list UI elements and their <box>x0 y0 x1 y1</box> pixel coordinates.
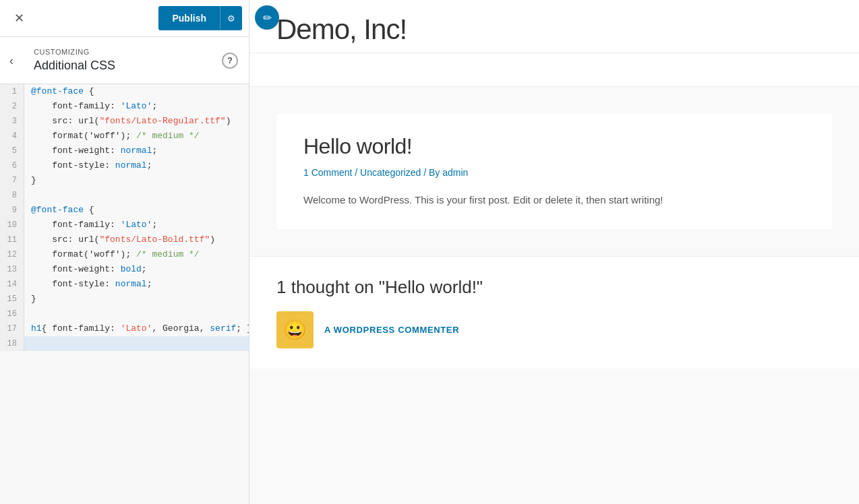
code-line: 12 format('woff'); /* medium */ <box>0 247 249 262</box>
line-content: } <box>24 292 36 307</box>
commenter-name: A WORDPRESS COMMENTER <box>324 325 459 335</box>
edit-pencil-button[interactable]: ✏ <box>255 5 279 30</box>
code-line: 6 font-style: normal; <box>0 158 249 173</box>
line-number: 16 <box>0 307 24 321</box>
code-line: 8 <box>0 188 249 203</box>
post-card: Hello world! 1 Comment / Uncategorized /… <box>276 114 832 229</box>
line-number: 8 <box>0 188 24 203</box>
code-line: 9@font-face { <box>0 203 249 218</box>
line-content: h1{ font-family: 'Lato', Georgia, serif;… <box>24 321 249 336</box>
line-number: 10 <box>0 218 24 232</box>
publish-group: Publish ⚙ <box>158 6 242 30</box>
line-content: @font-face { <box>24 84 94 99</box>
publish-button[interactable]: Publish <box>158 6 220 30</box>
line-content: format('woff'); /* medium */ <box>24 129 200 144</box>
line-content: font-family: 'Lato'; <box>24 218 157 232</box>
content-area: Hello world! 1 Comment / Uncategorized /… <box>249 87 859 256</box>
code-line: 17h1{ font-family: 'Lato', Georgia, seri… <box>0 321 249 336</box>
line-content: src: url("fonts/Lato-Bold.ttf") <box>24 232 215 247</box>
line-content: font-weight: bold; <box>24 262 147 277</box>
line-content: @font-face { <box>24 203 94 218</box>
commenter-row: 😀 A WORDPRESS COMMENTER <box>276 311 832 348</box>
customizing-header: ‹ Customizing Additional CSS ? <box>0 37 249 84</box>
code-line: 16 <box>0 307 249 321</box>
code-line: 10 font-family: 'Lato'; <box>0 218 249 232</box>
comments-title: 1 thought on "Hello world!" <box>276 277 832 298</box>
line-number: 14 <box>0 277 24 292</box>
code-line: 13 font-weight: bold; <box>0 262 249 277</box>
line-number: 11 <box>0 232 24 247</box>
site-nav <box>249 53 859 87</box>
code-line: 11 src: url("fonts/Lato-Bold.ttf") <box>0 232 249 247</box>
line-number: 17 <box>0 321 24 336</box>
toolbar: ✕ Publish ⚙ <box>0 0 249 37</box>
post-excerpt: Welcome to WordPress. This is your first… <box>303 191 805 209</box>
line-content: font-weight: normal; <box>24 144 157 158</box>
close-button[interactable]: ✕ <box>7 6 31 30</box>
line-content: font-family: 'Lato'; <box>24 99 157 114</box>
line-content: format('woff'); /* medium */ <box>24 247 200 262</box>
sidebar: ✕ Publish ⚙ ‹ Customizing Additional CSS… <box>0 0 249 504</box>
code-editor[interactable]: 1@font-face {2 font-family: 'Lato';3 src… <box>0 84 249 504</box>
line-number: 1 <box>0 84 24 99</box>
line-content: } <box>24 173 36 188</box>
avatar-emoji: 😀 <box>283 319 307 341</box>
line-number: 5 <box>0 144 24 158</box>
settings-button[interactable]: ⚙ <box>220 6 242 30</box>
line-number: 3 <box>0 114 24 129</box>
line-number: 12 <box>0 247 24 262</box>
line-content <box>24 336 36 351</box>
line-number: 9 <box>0 203 24 218</box>
post-title: Hello world! <box>303 134 805 159</box>
line-number: 2 <box>0 99 24 114</box>
code-line: 14 font-style: normal; <box>0 277 249 292</box>
line-number: 18 <box>0 336 24 351</box>
line-content <box>24 188 36 203</box>
preview-pane: ✏ Demo, Inc! Hello world! 1 Comment / Un… <box>249 0 859 504</box>
gear-icon: ⚙ <box>227 13 235 24</box>
comments-section: 1 thought on "Hello world!" 😀 A WORDPRES… <box>249 257 859 369</box>
section-title: Additional CSS <box>34 59 235 73</box>
code-line: 7} <box>0 173 249 188</box>
line-number: 7 <box>0 173 24 188</box>
code-line: 4 format('woff'); /* medium */ <box>0 129 249 144</box>
line-content: font-style: normal; <box>24 158 152 173</box>
code-line: 5 font-weight: normal; <box>0 144 249 158</box>
code-line: 2 font-family: 'Lato'; <box>0 99 249 114</box>
back-button[interactable]: ‹ <box>9 53 13 67</box>
site-header: Demo, Inc! <box>249 0 859 53</box>
code-line: 1@font-face { <box>0 84 249 99</box>
site-title: Demo, Inc! <box>276 13 832 46</box>
line-number: 4 <box>0 129 24 144</box>
help-button[interactable]: ? <box>222 53 238 69</box>
post-meta: 1 Comment / Uncategorized / By admin <box>303 167 805 178</box>
customizing-label: Customizing <box>34 48 235 56</box>
avatar: 😀 <box>276 311 314 348</box>
line-number: 15 <box>0 292 24 307</box>
line-content: font-style: normal; <box>24 277 152 292</box>
pencil-icon: ✏ <box>263 11 272 24</box>
line-content: src: url("fonts/Lato-Regular.ttf") <box>24 114 231 129</box>
code-line: 3 src: url("fonts/Lato-Regular.ttf") <box>0 114 249 129</box>
line-number: 6 <box>0 158 24 173</box>
line-content <box>24 307 36 321</box>
line-number: 13 <box>0 262 24 277</box>
code-line: 18 <box>0 336 249 351</box>
code-line: 15} <box>0 292 249 307</box>
